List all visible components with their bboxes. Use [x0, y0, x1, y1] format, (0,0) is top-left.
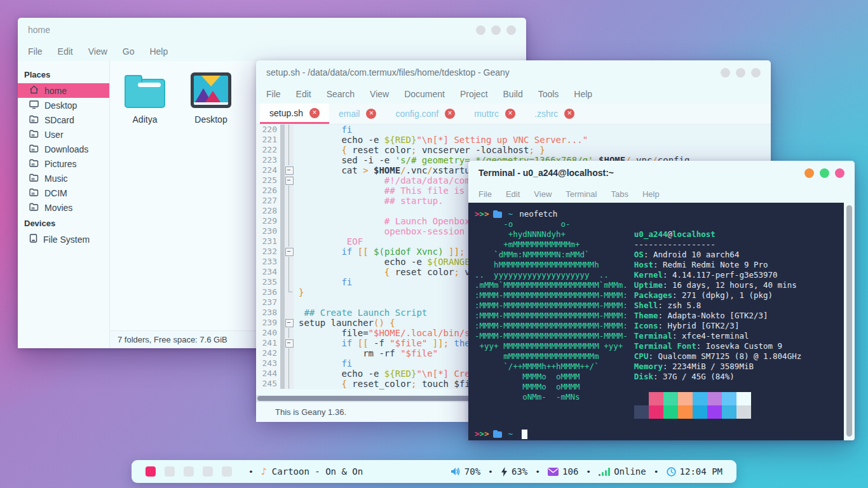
marker-margin — [280, 287, 285, 297]
sidebar-item-label: File System — [43, 234, 90, 245]
sidebar-item-pictures[interactable]: Pictures — [18, 156, 109, 171]
geany-menu-edit[interactable]: Edit — [296, 89, 311, 99]
fm-menu-view[interactable]: View — [88, 46, 107, 57]
palette-block — [722, 405, 736, 419]
geany-menu-search[interactable]: Search — [327, 89, 355, 99]
fold-margin[interactable] — [285, 318, 294, 328]
fold-margin[interactable] — [285, 175, 294, 186]
window-title: Terminal - u0_a244@localhost:~ — [478, 168, 614, 178]
sidebar-item-user[interactable]: User — [18, 127, 109, 142]
clock-indicator[interactable]: 12:04 PM — [667, 466, 722, 477]
terminal-menu-terminal[interactable]: Terminal — [566, 189, 597, 199]
fold-margin — [285, 379, 294, 389]
workspace-button[interactable] — [165, 466, 175, 477]
marker-margin — [280, 145, 285, 155]
sidebar-item-file-system[interactable]: File System — [18, 232, 109, 247]
sidebar-item-home[interactable]: home — [18, 83, 109, 98]
window-button[interactable] — [835, 168, 844, 178]
terminal-menu-file[interactable]: File — [478, 189, 492, 199]
fm-menu-help[interactable]: Help — [149, 46, 168, 57]
sidebar-item-desktop[interactable]: Desktop — [18, 98, 109, 112]
marker-margin — [280, 267, 285, 277]
marker-margin — [280, 328, 285, 338]
palette-block — [634, 392, 649, 405]
fm-menu-go[interactable]: Go — [123, 46, 135, 57]
network-indicator[interactable]: Online — [599, 466, 646, 477]
close-icon[interactable]: × — [309, 108, 320, 118]
tab-zshrc[interactable]: .zshrc× — [525, 104, 584, 124]
fold-margin — [285, 196, 294, 206]
messages-indicator[interactable]: 106 — [548, 466, 578, 477]
vertical-scrollbar[interactable] — [844, 203, 855, 440]
workspace-button[interactable] — [222, 466, 232, 477]
geany-menu-build[interactable]: Build — [503, 89, 523, 99]
fold-margin — [285, 155, 294, 165]
geany-menu-project[interactable]: Project — [460, 89, 488, 99]
clock-icon — [667, 467, 676, 477]
workspace-button[interactable] — [203, 466, 213, 477]
geany-menu-view[interactable]: View — [370, 89, 389, 99]
terminal-menu-help[interactable]: Help — [642, 189, 660, 199]
line-number: 244 — [256, 369, 280, 379]
fm-menu-file[interactable]: File — [28, 46, 43, 57]
fold-margin[interactable] — [285, 165, 294, 175]
window-button[interactable] — [751, 68, 761, 78]
sidebar-item-downloads[interactable]: Downloads — [18, 142, 109, 156]
terminal-menu-tabs[interactable]: Tabs — [611, 189, 628, 199]
tab-config-conf[interactable]: config.conf× — [386, 104, 465, 124]
window-button[interactable] — [736, 68, 745, 78]
geany-menu-document[interactable]: Document — [404, 89, 445, 99]
info-value: : zsh 5.8 — [658, 301, 701, 310]
window-button[interactable] — [820, 168, 829, 178]
battery-indicator[interactable]: 63% — [501, 466, 527, 477]
geany-menu-file[interactable]: File — [266, 89, 281, 99]
now-playing-label[interactable]: Cartoon - On & On — [272, 466, 363, 477]
file-icon-aditya[interactable]: Aditya — [116, 70, 173, 322]
window-button[interactable] — [476, 25, 485, 35]
sidebar-item-music[interactable]: Music — [18, 171, 109, 186]
geany-menu-help[interactable]: Help — [574, 89, 592, 99]
terminal-titlebar[interactable]: Terminal - u0_a244@localhost:~ — [468, 161, 855, 185]
close-icon[interactable]: × — [445, 109, 455, 119]
tab-setup-sh[interactable]: setup.sh× — [260, 104, 329, 124]
close-icon[interactable]: × — [366, 109, 376, 119]
neofetch-info-line: CPU: Qualcomm SM7125 (8) @ 1.804GHz — [634, 351, 801, 362]
volume-indicator[interactable]: 70% — [451, 466, 480, 477]
terminal-menu-view[interactable]: View — [534, 189, 552, 199]
info-value: : Qualcomm SM7125 (8) @ 1.804GHz — [648, 351, 801, 361]
file-icon-desktop[interactable]: Desktop — [182, 70, 240, 322]
line-number: 226 — [256, 186, 280, 196]
sidebar-item-label: Pictures — [44, 159, 77, 169]
close-icon[interactable]: × — [505, 109, 515, 119]
fm-menu-edit[interactable]: Edit — [58, 46, 73, 57]
tab-muttrc[interactable]: muttrc× — [465, 104, 525, 124]
workspace-button[interactable] — [184, 466, 194, 477]
code-text: { reset_color; vncserver -localhost; } — [294, 145, 771, 155]
window-button[interactable] — [506, 25, 516, 35]
window-button[interactable] — [804, 168, 814, 178]
neofetch-info-line: Kernel: 4.14.117-perf-g3e53970 — [634, 270, 801, 280]
sidebar-item-sdcard[interactable]: SDcard — [18, 112, 109, 127]
line-number: 242 — [256, 348, 280, 358]
info-value: : 271 (dpkg), 1 (pkg) — [672, 290, 773, 300]
scrollbar-thumb[interactable] — [846, 205, 852, 437]
palette-row — [634, 405, 801, 419]
file-manager-titlebar[interactable]: home — [18, 18, 526, 42]
fold-margin[interactable] — [285, 247, 294, 257]
palette-block — [736, 392, 751, 405]
terminal-screen[interactable]: >>> ~ neofetch -o o- +hydNNNNdyh+ +mMMMM… — [468, 203, 844, 440]
sidebar-item-movies[interactable]: Movies — [18, 200, 109, 215]
fold-margin[interactable] — [285, 338, 294, 348]
marker-margin — [280, 338, 285, 348]
sidebar-item-dcim[interactable]: DCIM — [18, 186, 109, 200]
close-icon[interactable]: × — [564, 109, 574, 119]
window-button[interactable] — [721, 68, 730, 78]
marker-margin — [280, 318, 285, 328]
geany-titlebar[interactable]: setup.sh - /data/data/com.termux/files/h… — [256, 60, 771, 85]
workspace-button-active[interactable] — [146, 466, 156, 477]
tab-email[interactable]: email× — [329, 104, 386, 124]
geany-menu-tools[interactable]: Tools — [538, 89, 559, 99]
marker-margin — [280, 369, 285, 379]
window-button[interactable] — [491, 25, 501, 35]
terminal-menu-edit[interactable]: Edit — [506, 189, 520, 199]
